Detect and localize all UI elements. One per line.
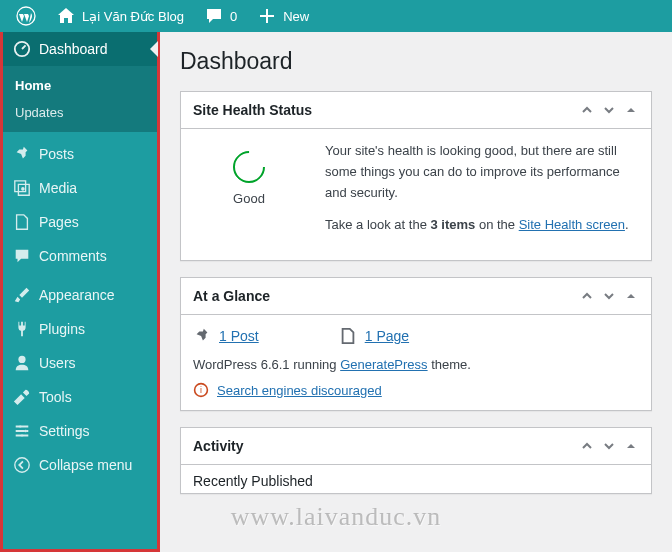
glance-posts: 1 Post [193, 327, 259, 345]
svg-point-4 [19, 425, 22, 428]
pin-icon [13, 145, 31, 163]
sidebar-item-label: Pages [39, 214, 79, 230]
user-icon [13, 354, 31, 372]
site-name-link[interactable]: Lại Văn Đức Blog [48, 0, 192, 32]
svg-point-2 [21, 187, 25, 191]
dashboard-icon [13, 40, 31, 58]
seo-notice-link[interactable]: Search engines discouraged [217, 383, 382, 398]
submenu-updates[interactable]: Updates [3, 99, 157, 126]
svg-point-3 [18, 356, 25, 363]
box-header: Site Health Status [181, 92, 651, 129]
sidebar-item-tools[interactable]: Tools [3, 380, 157, 414]
svg-point-6 [21, 434, 24, 437]
home-icon [56, 6, 76, 26]
wordpress-icon [16, 6, 36, 26]
health-status: Good [233, 191, 265, 206]
glance-pages: 1 Page [339, 327, 409, 345]
site-name: Lại Văn Đức Blog [82, 9, 184, 24]
collapse-icon [13, 456, 31, 474]
comment-count: 0 [230, 9, 237, 24]
sidebar-item-label: Tools [39, 389, 72, 405]
activity-box: Activity Recently Published [180, 427, 652, 494]
comment-icon [13, 247, 31, 265]
comments-link[interactable]: 0 [196, 0, 245, 32]
sidebar-item-label: Users [39, 355, 76, 371]
plus-icon [257, 6, 277, 26]
new-label: New [283, 9, 309, 24]
health-cta: Take a look at the 3 items on the Site H… [325, 215, 639, 236]
sidebar-item-users[interactable]: Users [3, 346, 157, 380]
page-icon [339, 327, 357, 345]
move-up-button[interactable] [579, 438, 595, 454]
site-health-box: Site Health Status Good Your site's heal… [180, 91, 652, 261]
toggle-button[interactable] [623, 288, 639, 304]
media-icon [13, 179, 31, 197]
wp-version: WordPress 6.6.1 running GeneratePress th… [193, 357, 639, 372]
move-down-button[interactable] [601, 102, 617, 118]
move-up-button[interactable] [579, 288, 595, 304]
move-down-button[interactable] [601, 438, 617, 454]
seo-notice: i Search engines discouraged [193, 382, 639, 398]
sidebar-item-dashboard[interactable]: Dashboard [3, 32, 157, 66]
sidebar-item-comments[interactable]: Comments [3, 239, 157, 273]
sidebar-item-label: Appearance [39, 287, 115, 303]
sidebar-item-label: Media [39, 180, 77, 196]
sidebar-item-label: Comments [39, 248, 107, 264]
sidebar-item-plugins[interactable]: Plugins [3, 312, 157, 346]
sidebar-item-label: Collapse menu [39, 457, 132, 473]
move-down-button[interactable] [601, 288, 617, 304]
site-health-link[interactable]: Site Health screen [519, 217, 625, 232]
at-a-glance-box: At a Glance 1 Post 1 Page [180, 277, 652, 411]
collapse-menu-button[interactable]: Collapse menu [3, 448, 157, 482]
sidebar-item-media[interactable]: Media [3, 171, 157, 205]
plug-icon [13, 320, 31, 338]
activity-subheading: Recently Published [181, 465, 651, 493]
health-indicator: Good [193, 141, 305, 248]
box-header: Activity [181, 428, 651, 465]
sidebar-item-label: Settings [39, 423, 90, 439]
sidebar-item-posts[interactable]: Posts [3, 137, 157, 171]
sidebar-item-settings[interactable]: Settings [3, 414, 157, 448]
page-icon [13, 213, 31, 231]
submenu-home[interactable]: Home [3, 72, 157, 99]
toggle-button[interactable] [623, 102, 639, 118]
comment-icon [204, 6, 224, 26]
wrench-icon [13, 388, 31, 406]
posts-link[interactable]: 1 Post [219, 328, 259, 344]
theme-link[interactable]: GeneratePress [340, 357, 427, 372]
health-circle-icon [226, 144, 271, 189]
sidebar-item-label: Dashboard [39, 41, 108, 57]
pin-icon [193, 327, 211, 345]
move-up-button[interactable] [579, 102, 595, 118]
main-content: Dashboard Site Health Status Good Y [160, 32, 672, 552]
box-title: Site Health Status [193, 102, 312, 118]
sidebar-item-label: Plugins [39, 321, 85, 337]
box-title: Activity [193, 438, 244, 454]
svg-point-5 [24, 430, 27, 433]
dashboard-submenu: Home Updates [3, 66, 157, 132]
svg-text:i: i [200, 385, 202, 395]
sidebar-item-appearance[interactable]: Appearance [3, 278, 157, 312]
sliders-icon [13, 422, 31, 440]
info-icon: i [193, 382, 209, 398]
admin-sidebar: Dashboard Home Updates Posts Media Pages… [0, 32, 160, 552]
page-title: Dashboard [180, 48, 652, 75]
wp-logo-menu[interactable] [8, 0, 44, 32]
box-title: At a Glance [193, 288, 270, 304]
sidebar-item-pages[interactable]: Pages [3, 205, 157, 239]
svg-point-7 [15, 458, 29, 472]
pages-link[interactable]: 1 Page [365, 328, 409, 344]
brush-icon [13, 286, 31, 304]
new-content-link[interactable]: New [249, 0, 317, 32]
admin-toolbar: Lại Văn Đức Blog 0 New [0, 0, 672, 32]
toggle-button[interactable] [623, 438, 639, 454]
health-description: Your site's health is looking good, but … [325, 141, 639, 203]
sidebar-item-label: Posts [39, 146, 74, 162]
box-header: At a Glance [181, 278, 651, 315]
